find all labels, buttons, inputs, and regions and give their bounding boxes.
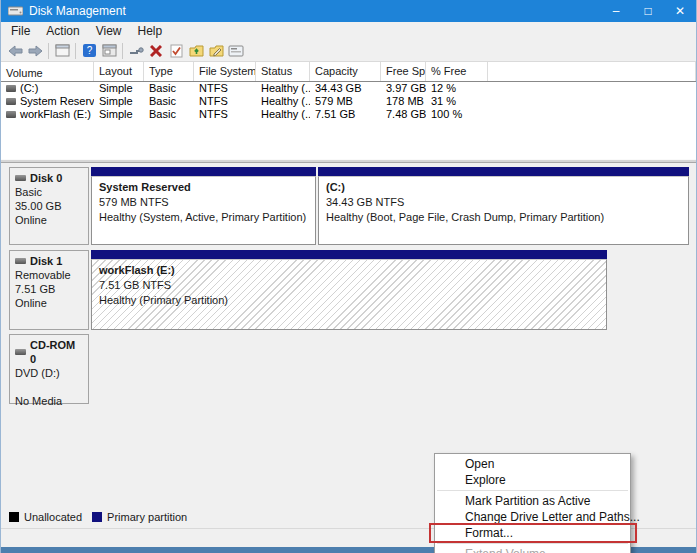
cdrom-label-panel[interactable]: CD-ROM 0 DVD (D:) No Media [9, 334, 89, 404]
menu-separator [437, 490, 628, 491]
column-header-capacity[interactable]: Capacity [310, 62, 381, 81]
toolbar-separator [48, 43, 49, 59]
menu-item-open[interactable]: Open [435, 456, 630, 472]
menu-bar: File Action View Help [1, 22, 696, 40]
partition-system-reserved[interactable]: System Reserved 579 MB NTFS Healthy (Sys… [91, 167, 316, 245]
column-header-volume[interactable]: Volume [1, 62, 94, 81]
graphical-view: Disk 0 Basic 35.00 GB Online System Rese… [1, 163, 696, 506]
console-window-icon[interactable] [52, 42, 72, 60]
partition-info: 34.43 GB NTFS [326, 195, 681, 210]
column-header-layout[interactable]: Layout [94, 62, 144, 81]
console-view-icon[interactable] [99, 42, 119, 60]
volume-free: 178 MB [381, 95, 426, 108]
disk-type: Removable [15, 268, 83, 282]
disk1-row: Disk 1 Removable 7.51 GB Online workFlas… [9, 250, 689, 330]
volume-list-header: Volume Layout Type File System Status Ca… [1, 62, 696, 82]
volume-icon [6, 111, 16, 118]
volume-row-workflash[interactable]: workFlash (E:) Simple Basic NTFS Healthy… [1, 108, 696, 121]
disk-name: Disk 1 [30, 254, 62, 268]
tools-icon[interactable] [126, 42, 146, 60]
partition-info: 7.51 GB NTFS [99, 278, 599, 293]
column-header-type[interactable]: Type [144, 62, 194, 81]
menu-help[interactable]: Help [130, 22, 171, 40]
volume-row-c[interactable]: (C:) Simple Basic NTFS Healthy (... 34.4… [1, 82, 696, 95]
partition-name: System Reserved [99, 180, 308, 195]
partition-color-bar [91, 167, 316, 176]
maximize-button[interactable]: □ [632, 0, 664, 22]
column-header-free-space[interactable]: Free Sp... [381, 62, 426, 81]
volume-free: 7.48 GB [381, 108, 426, 121]
check-disk-icon[interactable] [166, 42, 186, 60]
volume-status: Healthy (... [256, 108, 310, 121]
menu-view[interactable]: View [88, 22, 130, 40]
volume-free: 3.97 GB [381, 82, 426, 95]
volume-icon [6, 85, 16, 92]
volume-list: Volume Layout Type File System Status Ca… [1, 62, 696, 159]
forward-icon[interactable] [25, 42, 45, 60]
partition-status: Healthy (System, Active, Primary Partiti… [99, 210, 308, 225]
volume-fs: NTFS [194, 108, 256, 121]
volume-status: Healthy (... [256, 95, 310, 108]
menu-action[interactable]: Action [38, 22, 87, 40]
cdrom-row: CD-ROM 0 DVD (D:) No Media [9, 334, 689, 404]
disk-status: No Media [15, 394, 83, 408]
back-icon[interactable] [5, 42, 25, 60]
partition-workflash[interactable]: workFlash (E:) 7.51 GB NTFS Healthy (Pri… [91, 250, 607, 330]
menu-item-format-label: Format... [465, 526, 513, 540]
volume-icon [6, 98, 16, 105]
legend-label-primary: Primary partition [107, 511, 187, 523]
volume-type: Basic [144, 95, 194, 108]
partition-color-bar [91, 250, 607, 259]
menu-item-explore[interactable]: Explore [435, 472, 630, 488]
close-button[interactable]: ✕ [664, 0, 696, 22]
disk1-label-panel[interactable]: Disk 1 Removable 7.51 GB Online [9, 250, 89, 330]
menu-separator [437, 543, 628, 544]
properties-icon[interactable] [226, 42, 246, 60]
primary-partition-swatch [92, 512, 102, 522]
volume-capacity: 579 MB [310, 95, 381, 108]
folder-up-icon[interactable] [186, 42, 206, 60]
toolbar-separator [75, 43, 76, 59]
volume-pct-free: 31 % [426, 95, 488, 108]
help-icon[interactable]: ? [79, 42, 99, 60]
column-header-filler [488, 62, 696, 81]
volume-type: Basic [144, 108, 194, 121]
cdrom-icon [15, 349, 26, 355]
column-header-pct-free[interactable]: % Free [426, 62, 488, 81]
volume-capacity: 34.43 GB [310, 82, 381, 95]
menu-item-extend-volume: Extend Volume... [435, 546, 630, 553]
partition-color-bar [318, 167, 689, 176]
window-title: Disk Management [29, 4, 600, 18]
title-bar: Disk Management – □ ✕ [1, 0, 696, 22]
partition-name: (C:) [326, 180, 681, 195]
format-highlight-box [429, 523, 637, 543]
column-header-status[interactable]: Status [256, 62, 310, 81]
partition-c[interactable]: (C:) 34.43 GB NTFS Healthy (Boot, Page F… [318, 167, 689, 245]
volume-layout: Simple [94, 108, 144, 121]
volume-pct-free: 100 % [426, 108, 488, 121]
partition-info: 579 MB NTFS [99, 195, 308, 210]
menu-item-change-drive-letter[interactable]: Change Drive Letter and Paths... [435, 509, 630, 525]
partition-name: workFlash (E:) [99, 263, 599, 278]
disk-size: 35.00 GB [15, 199, 83, 213]
volume-layout: Simple [94, 82, 144, 95]
menu-file[interactable]: File [3, 22, 38, 40]
partition-status: Healthy (Boot, Page File, Crash Dump, Pr… [326, 210, 681, 225]
disk0-label-panel[interactable]: Disk 0 Basic 35.00 GB Online [9, 167, 89, 245]
folder-edit-icon[interactable] [206, 42, 226, 60]
minimize-button[interactable]: – [600, 0, 632, 22]
delete-icon[interactable] [146, 42, 166, 60]
disk-size: 7.51 GB [15, 282, 83, 296]
disk-status: Online [15, 296, 83, 310]
volume-pct-free: 12 % [426, 82, 488, 95]
volume-fs: NTFS [194, 95, 256, 108]
volume-row-system-reserved[interactable]: System Reserved Simple Basic NTFS Health… [1, 95, 696, 108]
disk-icon [15, 258, 26, 264]
unallocated-swatch [9, 512, 19, 522]
menu-item-format[interactable]: Format... [435, 525, 630, 541]
column-header-file-system[interactable]: File System [194, 62, 256, 81]
disk-name: CD-ROM 0 [30, 338, 83, 366]
disk-type: Basic [15, 185, 83, 199]
menu-item-mark-partition-active[interactable]: Mark Partition as Active [435, 493, 630, 509]
disk-name: Disk 0 [30, 171, 62, 185]
